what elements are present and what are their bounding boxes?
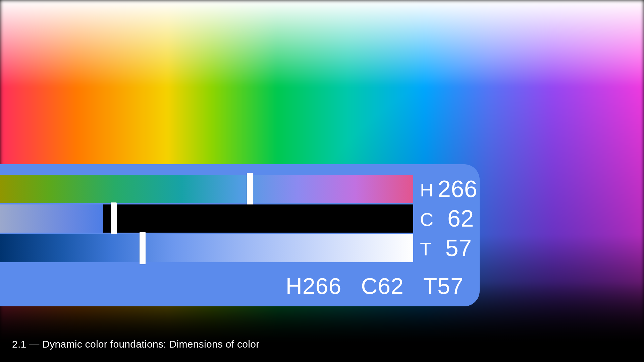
summary-t: T57 <box>423 273 464 299</box>
chroma-readout: C 62 <box>413 205 474 232</box>
slide-caption: 2.1 — Dynamic color foundations: Dimensi… <box>12 339 260 350</box>
chroma-value: 62 <box>438 205 474 232</box>
tone-slider-track[interactable] <box>0 234 413 262</box>
chroma-row: C 62 <box>0 204 466 233</box>
chroma-slider-thumb[interactable] <box>111 202 117 235</box>
hue-slider-track[interactable] <box>0 175 413 203</box>
chroma-slider-track[interactable] <box>0 204 413 233</box>
hue-key: H <box>420 179 434 201</box>
tone-key: T <box>420 238 432 260</box>
hue-readout: H 266 <box>413 176 477 202</box>
hct-slider-panel: H 266 C 62 T 57 H266 C62 T57 <box>0 164 480 306</box>
summary-h: H266 <box>286 273 342 299</box>
hue-row: H 266 <box>0 174 466 204</box>
hue-slider-thumb[interactable] <box>247 173 253 205</box>
hct-summary: H266 C62 T57 <box>286 273 464 299</box>
summary-c: C62 <box>361 273 404 299</box>
tone-row: T 57 <box>0 233 466 263</box>
hue-value: 266 <box>438 176 477 202</box>
tone-value: 57 <box>436 235 472 261</box>
chroma-key: C <box>420 208 434 230</box>
tone-slider-thumb[interactable] <box>140 232 146 264</box>
tone-readout: T 57 <box>413 235 472 261</box>
